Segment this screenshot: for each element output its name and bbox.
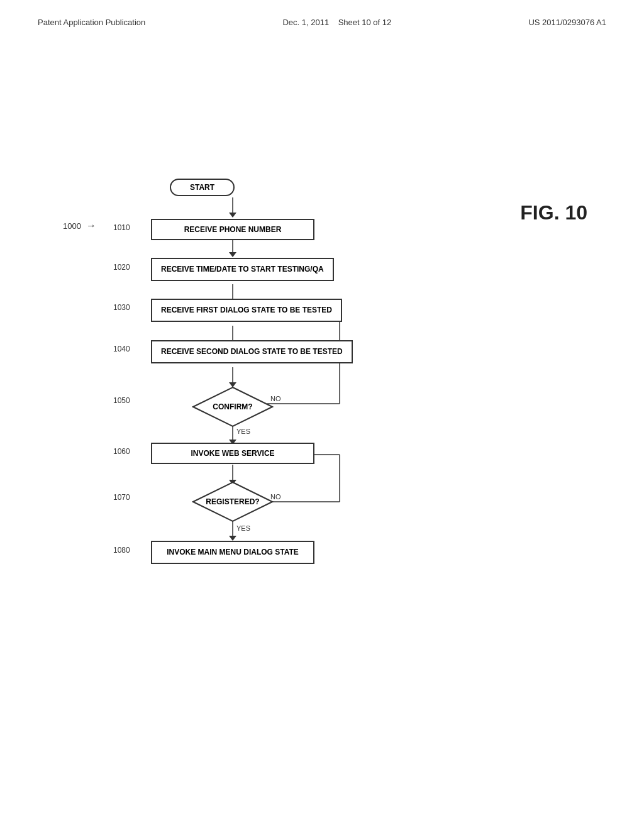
header-left: Patent Application Publication — [38, 18, 145, 27]
node-1070-wrapper: REGISTERED? — [192, 481, 274, 523]
node-1010-label: 1010 — [113, 223, 130, 232]
svg-marker-16 — [229, 536, 236, 541]
node-1010: RECEIVE PHONE NUMBER — [151, 219, 314, 240]
node-1020: RECEIVE TIME/DATE TO START TESTING/QA — [151, 258, 334, 281]
node-1080: INVOKE MAIN MENU DIALOG STATE — [151, 541, 314, 564]
node-1020-label: 1020 — [113, 263, 130, 272]
start-node: START — [170, 179, 235, 196]
figure-label: FIG. 10 — [520, 201, 587, 224]
node-1030-label: 1030 — [113, 303, 130, 312]
node-1070-label: 1070 — [113, 493, 130, 502]
diagram-container: YES YES NO NO 1000 → START — [63, 170, 453, 704]
node-1040: RECEIVE SECOND DIALOG STATE TO BE TESTED — [151, 340, 353, 363]
node-1040-label: 1040 — [113, 345, 130, 353]
svg-text:YES: YES — [236, 524, 250, 532]
page-header: Patent Application Publication Dec. 1, 2… — [0, 0, 644, 27]
header-right: US 2011/0293076 A1 — [528, 18, 606, 27]
diagram-svg: YES YES NO NO — [63, 170, 453, 704]
node-1030: RECEIVE FIRST DIALOG STATE TO BE TESTED — [151, 299, 342, 322]
svg-marker-1 — [229, 213, 236, 218]
bracket-label-1000: 1000 → — [63, 220, 96, 231]
node-1060-label: 1060 — [113, 447, 130, 456]
node-1050-wrapper: CONFIRM? — [192, 386, 274, 428]
svg-marker-3 — [229, 252, 236, 257]
node-1080-label: 1080 — [113, 546, 130, 555]
svg-text:YES: YES — [236, 428, 250, 435]
node-1060: INVOKE WEB SERVICE — [151, 443, 314, 464]
header-center: Dec. 1, 2011 Sheet 10 of 12 — [282, 18, 391, 27]
node-1050-label: 1050 — [113, 396, 130, 405]
